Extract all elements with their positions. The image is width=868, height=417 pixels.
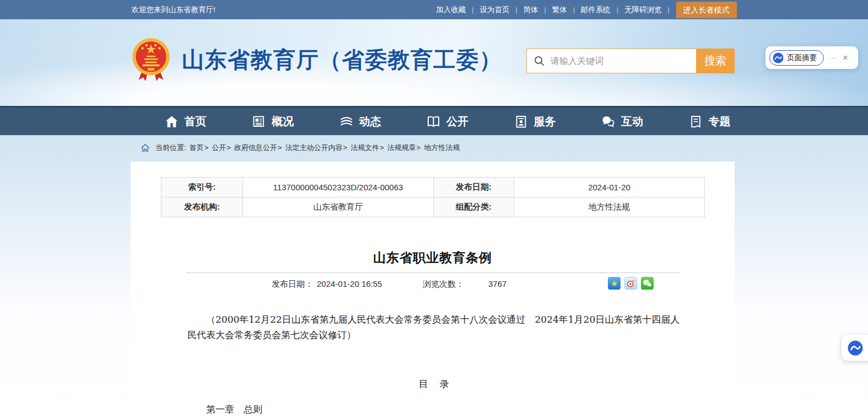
publish-date: 2024-01-20 16:55	[317, 279, 382, 288]
publish-date-value: 2024-01-20	[514, 178, 705, 197]
share-weibo-icon[interactable]	[624, 277, 637, 290]
add-favorite-link[interactable]: 加入收藏	[430, 5, 472, 15]
enactment-paragraph: （2000年12月22日山东省第九届人民代表大会常务委员会第十八次会议通过 20…	[187, 312, 681, 343]
nav-item-disclosure[interactable]: 公开	[426, 114, 468, 129]
table-row: 发布机构: 山东省教育厅 组配分类: 地方性法规	[161, 197, 705, 217]
side-assistant-button[interactable]	[842, 335, 868, 361]
national-emblem-icon	[131, 36, 171, 83]
crumb-regulation-files[interactable]: 法规文件	[351, 143, 379, 153]
home-icon	[164, 114, 179, 129]
crumb-local-regulations[interactable]: 地方性法规	[424, 143, 460, 153]
site-title: 山东省教育厅（省委教育工委）	[182, 45, 502, 75]
nav-item-home[interactable]: 首页	[164, 114, 207, 129]
nav-item-news[interactable]: 动态	[339, 114, 381, 129]
accessibility-link[interactable]: 无障碍浏览	[618, 5, 668, 15]
issuing-agency-label: 发布机构:	[161, 197, 243, 217]
nav-item-interaction[interactable]: 互动	[601, 114, 643, 129]
table-row: 索引号: 11370000004502323D/2024-00063 发布日期:…	[161, 178, 705, 197]
category-label: 组配分类:	[434, 197, 514, 217]
breadcrumb: 当前位置: 首页 > 公开 > 政府信息公开 > 法定主动公开内容 > 法规文件…	[141, 135, 460, 160]
search-input[interactable]	[549, 56, 696, 67]
nav-item-services[interactable]: 服务	[514, 114, 556, 129]
crumb-home[interactable]: 首页	[190, 143, 204, 153]
search-icon	[533, 55, 545, 67]
assistant-icon	[773, 52, 784, 63]
search-button[interactable]: 搜索	[696, 49, 735, 73]
toc-chapter-1: 第一章 总则	[187, 403, 681, 416]
share-buttons: ★	[608, 277, 654, 290]
page-body: 当前位置: 首页 > 公开 > 政府信息公开 > 法定主动公开内容 > 法规文件…	[0, 135, 868, 417]
search-box: 搜索	[526, 49, 735, 73]
site-logo[interactable]: 山东省教育厅（省委教育工委）	[131, 36, 502, 83]
toc-heading: 目 录	[187, 378, 681, 391]
views-label: 浏览次数：	[423, 279, 464, 290]
page-summary-button[interactable]: 页面摘要	[769, 50, 824, 66]
index-number-value: 11370000004502323D/2024-00063	[243, 178, 434, 197]
article-title: 山东省职业教育条例	[131, 249, 735, 266]
welcome-text: 欢迎您来到山东省教育厅!	[132, 5, 215, 15]
newspaper-icon	[251, 114, 266, 129]
crumb-disclosure[interactable]: 公开	[212, 143, 226, 153]
title-divider	[186, 272, 680, 273]
chat-bubbles-icon	[601, 114, 616, 129]
more-options-icon[interactable]: ···	[829, 54, 838, 61]
traditional-chinese-link[interactable]: 繁体	[546, 5, 573, 15]
page-summary-widget: 页面摘要 ··· ×	[765, 46, 858, 69]
assistant-icon	[848, 340, 863, 356]
nav-item-topics[interactable]: 专题	[688, 114, 731, 129]
simplified-chinese-link[interactable]: 简体	[517, 5, 544, 15]
publish-date-label: 发布日期：	[272, 279, 313, 290]
open-book-icon	[426, 114, 441, 129]
content-card: 索引号: 11370000004502323D/2024-00063 发布日期:…	[131, 162, 735, 417]
top-links: 加入收藏 | 设为首页 | 简体 | 繁体 | 邮件系统 | 无障碍浏览 | 进…	[430, 0, 736, 19]
crumb-statutory-content[interactable]: 法定主动公开内容	[285, 143, 342, 153]
mail-system-link[interactable]: 邮件系统	[575, 5, 617, 15]
share-wechat-icon[interactable]	[641, 277, 654, 290]
issuing-agency-value: 山东省教育厅	[243, 197, 434, 217]
main-nav: 首页 概况 动态 公开	[0, 106, 868, 135]
nav-item-overview[interactable]: 概况	[251, 114, 294, 129]
top-utility-bar: 欢迎您来到山东省教育厅! 加入收藏 | 设为首页 | 简体 | 繁体 | 邮件系…	[0, 0, 868, 19]
document-list-icon	[688, 114, 703, 129]
doc-info-table: 索引号: 11370000004502323D/2024-00063 发布日期:…	[161, 177, 705, 217]
views-count: 3767	[488, 279, 506, 288]
index-number-label: 索引号:	[161, 178, 243, 197]
set-homepage-link[interactable]: 设为首页	[473, 5, 515, 15]
breadcrumb-prefix: 当前位置:	[155, 143, 186, 153]
category-value: 地方性法规	[514, 197, 705, 217]
home-icon	[141, 143, 150, 152]
article-meta: 发布日期： 2024-01-20 16:55 浏览次数： 3767 ★	[131, 275, 735, 293]
publish-date-label: 发布日期:	[434, 178, 514, 197]
layers-stack-icon	[339, 114, 354, 129]
link-separator: |	[667, 6, 669, 14]
share-qzone-icon[interactable]: ★	[608, 277, 621, 290]
page-summary-label: 页面摘要	[787, 53, 817, 63]
close-icon[interactable]: ×	[843, 53, 848, 62]
elder-mode-button[interactable]: 进入长者模式	[676, 2, 737, 18]
site-header: 山东省教育厅（省委教育工委） 搜索 页面摘要 ··· ×	[0, 19, 868, 106]
article-body: （2000年12月22日山东省第九届人民代表大会常务委员会第十八次会议通过 20…	[187, 312, 681, 416]
person-badge-icon	[514, 114, 529, 129]
crumb-gov-info[interactable]: 政府信息公开	[234, 143, 277, 153]
crumb-regulations[interactable]: 法规规章	[387, 143, 416, 153]
